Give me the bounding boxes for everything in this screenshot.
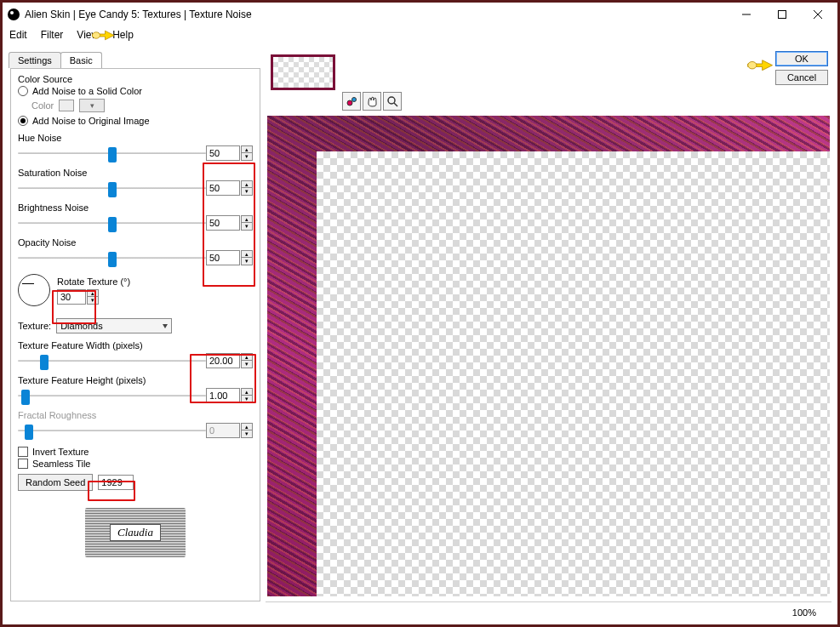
menu-view[interactable]: View [70, 27, 106, 43]
tutorial-pointer-ok-icon [746, 54, 775, 77]
hue-noise-down[interactable]: ▾ [241, 153, 253, 161]
random-seed-button[interactable]: Random Seed [18, 474, 93, 491]
preview-thumbnail[interactable] [271, 54, 335, 90]
status-bar: 100% [266, 601, 831, 622]
saturation-noise-up[interactable]: ▴ [241, 180, 253, 188]
color-menu-button[interactable] [79, 99, 105, 112]
fractal-roughness-label: Fractal Roughness [18, 410, 253, 420]
feature-width-down[interactable]: ▾ [241, 361, 253, 368]
fractal-down: ▾ [241, 430, 253, 438]
seamless-tile-checkbox[interactable] [18, 459, 28, 469]
feature-height-up[interactable]: ▴ [241, 388, 253, 396]
zoom-level: 100% [792, 607, 816, 618]
tabs-bar: Settings Basic [9, 51, 101, 68]
brightness-noise-up[interactable]: ▴ [241, 215, 253, 223]
svg-rect-1 [779, 11, 786, 19]
invert-texture-label: Invert Texture [32, 447, 89, 457]
saturation-noise-slider[interactable] [18, 181, 206, 195]
radio-add-noise-solid-label: Add Noise to a Solid Color [32, 86, 142, 96]
rotate-up[interactable]: ▴ [87, 289, 99, 297]
opacity-noise-slider[interactable] [18, 251, 206, 265]
fractal-roughness-slider [18, 424, 206, 437]
svg-point-7 [388, 97, 395, 104]
hue-noise-input[interactable] [206, 145, 240, 161]
left-panel: Color Source Add Noise to a Solid Color … [10, 68, 260, 601]
saturation-noise-input[interactable] [206, 180, 240, 196]
ok-button[interactable]: OK [775, 51, 828, 66]
rotate-texture-label: Rotate Texture (°) [57, 276, 130, 287]
watermark: Claudia [18, 508, 253, 557]
feature-height-slider[interactable] [18, 389, 206, 402]
color-source-label: Color Source [18, 74, 253, 84]
fractal-up: ▴ [241, 423, 253, 430]
maximize-button[interactable] [764, 3, 800, 26]
radio-add-noise-solid[interactable] [18, 86, 28, 96]
feature-width-label: Texture Feature Width (pixels) [18, 340, 253, 351]
opacity-noise-input[interactable] [206, 250, 240, 265]
saturation-noise-label: Saturation Noise [18, 168, 253, 178]
magnifier-icon [386, 95, 398, 107]
menubar: Edit Filter View Help [3, 26, 837, 43]
opacity-noise-up[interactable]: ▴ [241, 250, 253, 258]
texture-label: Texture: [18, 321, 51, 331]
feature-height-input[interactable] [206, 388, 240, 403]
svg-line-8 [394, 103, 397, 106]
titlebar: Alien Skin | Eye Candy 5: Textures | Tex… [3, 3, 837, 26]
close-button[interactable] [800, 3, 836, 26]
svg-point-5 [347, 100, 352, 105]
menu-edit[interactable]: Edit [6, 27, 34, 43]
cancel-button[interactable]: Cancel [775, 70, 828, 85]
feature-width-input[interactable] [206, 353, 240, 368]
random-seed-input[interactable] [98, 475, 134, 490]
hue-noise-label: Hue Noise [18, 133, 253, 143]
fractal-roughness-input [206, 423, 240, 438]
hue-noise-slider[interactable] [18, 146, 206, 160]
brightness-noise-down[interactable]: ▾ [241, 223, 253, 231]
preview-area[interactable] [267, 116, 830, 596]
svg-point-9 [748, 61, 757, 68]
menu-help[interactable]: Help [106, 27, 140, 43]
tool-hand[interactable] [363, 92, 381, 111]
seamless-tile-label: Seamless Tile [32, 459, 90, 469]
radio-add-noise-original-label: Add Noise to Original Image [32, 116, 150, 126]
invert-texture-checkbox[interactable] [18, 447, 28, 457]
hue-noise-up[interactable]: ▴ [241, 145, 253, 153]
brightness-noise-input[interactable] [206, 215, 240, 231]
texture-dropdown[interactable]: Diamonds [56, 318, 172, 333]
window-title: Alien Skin | Eye Candy 5: Textures | Tex… [25, 9, 729, 20]
transparent-canvas [317, 151, 830, 596]
opacity-noise-label: Opacity Noise [18, 237, 253, 248]
rotate-dial[interactable] [18, 274, 50, 306]
svg-point-6 [352, 98, 357, 102]
radio-add-noise-original[interactable] [18, 116, 28, 126]
tool-color-picker[interactable] [342, 92, 361, 111]
rotate-down[interactable]: ▾ [87, 297, 99, 305]
feature-height-label: Texture Feature Height (pixels) [18, 375, 253, 385]
saturation-noise-down[interactable]: ▾ [241, 188, 253, 196]
opacity-noise-down[interactable]: ▾ [241, 258, 253, 265]
tab-basic[interactable]: Basic [60, 52, 102, 68]
right-area: OK Cancel 100% [266, 46, 831, 622]
brightness-noise-label: Brightness Noise [18, 202, 253, 213]
feature-width-up[interactable]: ▴ [241, 353, 253, 361]
tool-zoom[interactable] [383, 92, 402, 111]
minimize-button[interactable] [729, 3, 764, 26]
feature-height-down[interactable]: ▾ [241, 396, 253, 403]
color-swatch[interactable] [59, 100, 74, 111]
brightness-noise-slider[interactable] [18, 216, 206, 230]
hand-icon [366, 95, 378, 107]
app-icon [8, 9, 20, 20]
rotate-texture-input[interactable] [57, 289, 86, 305]
color-label: Color [31, 100, 54, 111]
feature-width-slider[interactable] [18, 354, 206, 368]
tab-settings[interactable]: Settings [9, 52, 61, 68]
menu-filter[interactable]: Filter [34, 27, 71, 43]
eyedropper-icon [346, 95, 357, 107]
